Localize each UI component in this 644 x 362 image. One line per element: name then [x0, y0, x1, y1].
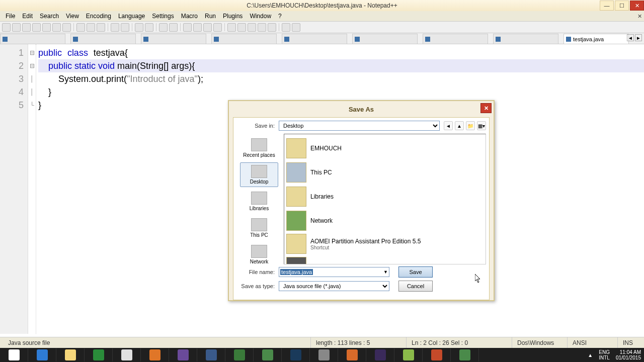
- fold-minus-icon[interactable]: ⊟: [28, 59, 36, 72]
- menu-search[interactable]: Search: [36, 12, 62, 21]
- up-icon[interactable]: ▲: [455, 121, 464, 130]
- zoom-out-icon[interactable]: [169, 23, 178, 32]
- menu-settings[interactable]: Settings: [148, 12, 177, 21]
- play-macro-icon[interactable]: [248, 23, 256, 32]
- menu-window[interactable]: Window: [246, 12, 275, 21]
- save-button[interactable]: Save: [398, 266, 433, 278]
- save-icon[interactable]: [22, 23, 31, 32]
- start-button[interactable]: [0, 348, 28, 361]
- cut-icon[interactable]: [76, 23, 85, 32]
- tab[interactable]: [70, 34, 136, 44]
- notepadpp-icon[interactable]: [394, 348, 423, 361]
- open-icon[interactable]: [12, 23, 21, 32]
- tab[interactable]: [141, 34, 206, 44]
- menu-edit[interactable]: Edit: [19, 12, 36, 21]
- camtasia-rec-icon[interactable]: [451, 348, 479, 361]
- tab-scroll-left-icon[interactable]: ◄: [627, 34, 634, 41]
- places-desktop[interactable]: Desktop: [240, 162, 278, 187]
- photoshop-icon[interactable]: [282, 348, 310, 361]
- new-icon[interactable]: [2, 23, 11, 32]
- record-macro-icon[interactable]: [227, 23, 236, 32]
- tray-up-icon[interactable]: ▲: [588, 352, 593, 358]
- minimize-button[interactable]: —: [600, 1, 614, 11]
- back-icon[interactable]: ◄: [444, 121, 453, 130]
- stop-macro-icon[interactable]: [237, 23, 246, 32]
- vlc-icon[interactable]: [338, 348, 366, 361]
- ftp-icon[interactable]: [213, 23, 222, 32]
- explorer-icon[interactable]: [56, 348, 85, 361]
- menu-run[interactable]: Run: [201, 12, 219, 21]
- powerpoint-icon[interactable]: [423, 348, 451, 361]
- list-item[interactable]: This PC: [286, 160, 484, 185]
- ie-icon[interactable]: [28, 348, 56, 361]
- tab-scroll-right-icon[interactable]: ►: [635, 34, 642, 41]
- dialog-close-button[interactable]: ✕: [480, 103, 492, 113]
- list-item[interactable]: Libraries: [286, 185, 484, 209]
- list-item[interactable]: AOMEI Partition Assistant Pro Edition 5.…: [286, 233, 484, 255]
- menu-language[interactable]: Language: [115, 12, 148, 21]
- tab[interactable]: [211, 34, 277, 44]
- list-item[interactable]: Network: [286, 209, 484, 233]
- close-button[interactable]: ✕: [630, 1, 644, 11]
- menu-view[interactable]: View: [62, 12, 83, 21]
- dialog-title-bar[interactable]: Save As ✕: [229, 101, 494, 117]
- copy-icon[interactable]: [87, 23, 95, 32]
- app-icon[interactable]: [310, 348, 338, 361]
- tab[interactable]: [493, 34, 558, 44]
- undo-icon[interactable]: [111, 23, 119, 32]
- saveastype-select[interactable]: Java source file (*.java): [279, 281, 389, 291]
- places-thispc[interactable]: This PC: [240, 216, 278, 240]
- file-list[interactable]: EMHOUCH This PC Libraries Network AOMEI …: [284, 134, 486, 264]
- app-icon[interactable]: [225, 348, 254, 361]
- savein-select[interactable]: Desktop: [279, 121, 440, 131]
- view-menu-icon[interactable]: ▦▾: [477, 121, 486, 130]
- close-all-icon[interactable]: [52, 23, 61, 32]
- firefox-icon[interactable]: [141, 348, 169, 361]
- fold-margin[interactable]: ⊟ ⊟ │ │ └: [28, 44, 36, 334]
- close-icon[interactable]: [42, 23, 51, 32]
- maximize-button[interactable]: ☐: [615, 1, 629, 11]
- paste-icon[interactable]: [97, 23, 105, 32]
- menu-plugins[interactable]: Plugins: [219, 12, 246, 21]
- spell-check-icon[interactable]: [292, 23, 300, 32]
- redo-icon[interactable]: [121, 23, 129, 32]
- dropdown-icon[interactable]: ▼: [383, 269, 388, 275]
- fold-minus-icon[interactable]: ⊟: [28, 46, 36, 59]
- indent-guide-icon[interactable]: [203, 23, 212, 32]
- places-recent[interactable]: Recent places: [240, 136, 278, 160]
- menu-macro[interactable]: Macro: [178, 12, 201, 21]
- tab[interactable]: [423, 34, 488, 44]
- print-icon[interactable]: [62, 23, 71, 32]
- play-multiple-icon[interactable]: [258, 23, 266, 32]
- menu-help[interactable]: ?: [275, 12, 285, 21]
- app-icon[interactable]: [197, 348, 225, 361]
- save-macro-icon[interactable]: [268, 23, 276, 32]
- wrap-icon[interactable]: [183, 23, 192, 32]
- show-all-chars-icon[interactable]: [193, 23, 202, 32]
- tab[interactable]: [282, 34, 347, 44]
- zoom-in-icon[interactable]: [159, 23, 168, 32]
- find-icon[interactable]: [135, 23, 143, 32]
- replace-icon[interactable]: [145, 23, 153, 32]
- tab[interactable]: [0, 34, 65, 44]
- compare-icon[interactable]: [282, 23, 290, 32]
- store-icon[interactable]: [85, 348, 113, 361]
- filename-input[interactable]: testjava.java▼: [279, 267, 389, 277]
- tab[interactable]: [352, 34, 418, 44]
- tab-active[interactable]: testjava.java: [564, 34, 629, 44]
- cancel-button[interactable]: Cancel: [398, 281, 433, 292]
- camtasia-icon[interactable]: [254, 348, 282, 361]
- system-tray[interactable]: ▲ ENGINTL 11:04 AM01/01/2015: [585, 349, 644, 360]
- tab-close-icon[interactable]: ✕: [637, 13, 642, 20]
- list-item[interactable]: Bitstream Font Navigator: [286, 255, 484, 264]
- aftereffects-icon[interactable]: [366, 348, 394, 361]
- places-libraries[interactable]: Libraries: [240, 189, 278, 214]
- list-item[interactable]: EMHOUCH: [286, 136, 484, 160]
- menu-encoding[interactable]: Encoding: [83, 12, 115, 21]
- app-icon[interactable]: [169, 348, 197, 361]
- menu-file[interactable]: File: [2, 12, 19, 21]
- new-folder-icon[interactable]: 📁: [466, 121, 475, 130]
- chrome-icon[interactable]: [113, 348, 141, 361]
- save-all-icon[interactable]: [32, 23, 41, 32]
- places-network[interactable]: Network: [240, 242, 278, 267]
